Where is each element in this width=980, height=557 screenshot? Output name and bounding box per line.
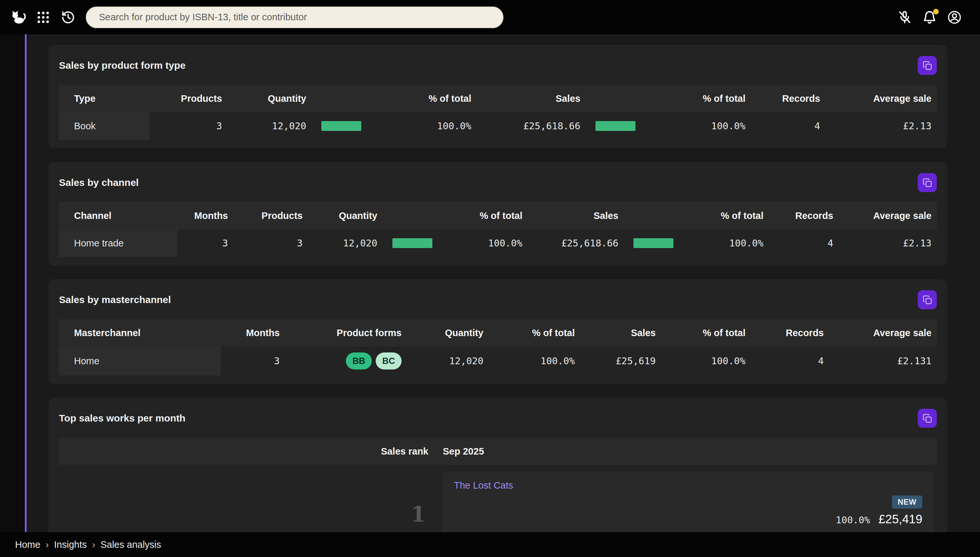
table-row: 1 The Lost Cats NEW 100.0% £25,419 — [59, 465, 937, 532]
column-header: Months — [177, 202, 233, 230]
column-header: Sales — [528, 202, 624, 230]
account-button[interactable] — [942, 5, 967, 30]
product-form-badge-bb: BB — [346, 352, 372, 370]
cell-sales: £25,619 — [580, 347, 661, 375]
card-title: Top sales works per month — [59, 413, 185, 424]
column-header-month: Sep 2025 — [434, 438, 937, 465]
cell-months: 3 — [177, 230, 233, 257]
cell-channel: Home trade — [59, 230, 177, 257]
column-header: % of total — [312, 85, 477, 112]
rank-number: 1 — [411, 502, 426, 527]
cell-type: Book — [59, 112, 149, 140]
card-title: Sales by channel — [59, 177, 139, 188]
column-header: Quantity — [227, 85, 312, 112]
breadcrumb-separator: › — [92, 539, 95, 550]
search-input[interactable] — [99, 12, 490, 23]
card-header: Sales by masterchannel — [49, 279, 947, 319]
breadcrumb: Home › Insights › Sales analysis — [0, 532, 980, 557]
grid-icon — [36, 10, 51, 25]
cell-average-sale: £2.131 — [829, 347, 937, 375]
card-title: Sales by product form type — [59, 60, 186, 71]
work-title-link[interactable]: The Lost Cats — [454, 480, 513, 491]
amount-line: 100.0% £25,419 — [836, 513, 922, 526]
breadcrumb-insights[interactable]: Insights — [54, 539, 87, 550]
copy-icon — [922, 413, 933, 423]
topbar — [0, 0, 980, 34]
main-content: Sales by product form type Type Products… — [0, 34, 980, 532]
card-header: Top sales works per month — [49, 397, 947, 438]
column-header: Quantity — [308, 202, 382, 230]
cell-products: 3 — [233, 230, 308, 257]
cell-quantity: 12,020 — [411, 347, 489, 375]
global-search — [86, 7, 503, 28]
cat-logo-icon — [11, 10, 26, 25]
copy-icon — [922, 60, 933, 71]
quantity-share-bar — [321, 121, 361, 131]
copy-table-button[interactable] — [918, 290, 937, 309]
cell-records: 4 — [769, 230, 838, 257]
column-header: Sales — [477, 85, 586, 112]
pct-value: 100.0% — [729, 238, 763, 249]
apps-grid-icon[interactable] — [31, 5, 56, 30]
table-sales-by-channel: Channel Months Products Quantity % of to… — [59, 202, 937, 257]
cards-container: Sales by product form type Type Products… — [0, 34, 980, 532]
card-header: Sales by product form type — [49, 45, 947, 85]
voice-search-off-icon[interactable] — [892, 5, 917, 30]
column-header: Product forms — [285, 319, 411, 347]
new-badge: NEW — [892, 495, 923, 508]
copy-icon — [922, 178, 933, 188]
cell-sales: £25,618.66 — [477, 112, 586, 140]
app-logo-cat-icon[interactable] — [6, 5, 31, 30]
copy-icon — [922, 295, 933, 305]
column-header-sales-rank: Sales rank — [59, 438, 434, 465]
work-stats: NEW 100.0% £25,419 — [836, 495, 922, 526]
column-header: Masterchannel — [59, 319, 221, 347]
table-row: Home 3 BB BC 12,020 100.0% £25,619 100.0… — [59, 347, 937, 375]
breadcrumb-current-sales-analysis: Sales analysis — [101, 539, 161, 550]
table-row: Book 3 12,020 100.0% £25,618.66 100.0% 4… — [59, 112, 937, 140]
cell-products: 3 — [149, 112, 227, 140]
copy-table-button[interactable] — [918, 409, 937, 428]
table-sales-by-product-form-type: Type Products Quantity % of total Sales … — [59, 85, 937, 140]
cell-sales-rank: 1 — [59, 465, 434, 532]
history-icon[interactable] — [56, 5, 80, 30]
table-header-row: Channel Months Products Quantity % of to… — [59, 202, 937, 230]
column-header: Average sale — [838, 202, 937, 230]
scroll-accent-line — [25, 34, 26, 532]
column-header: Channel — [59, 202, 177, 230]
column-header: Products — [233, 202, 308, 230]
column-header: Sales — [580, 319, 661, 347]
cell-pct-of-total-quantity: 100.0% — [382, 230, 528, 257]
table-row: Home trade 3 3 12,020 100.0% £25,618.66 … — [59, 230, 937, 257]
left-gutter — [0, 34, 25, 532]
cell-pct-of-total-quantity: 100.0% — [489, 347, 580, 375]
cell-masterchannel: Home — [59, 347, 221, 375]
card-sales-by-channel: Sales by channel Channel Months Products… — [49, 162, 947, 265]
quantity-share-bar — [392, 238, 432, 248]
notifications-button[interactable] — [917, 5, 942, 30]
cell-pct-of-total-sales: 100.0% — [661, 347, 751, 375]
cell-quantity: 12,020 — [227, 112, 312, 140]
column-header: Average sale — [829, 319, 937, 347]
column-header: % of total — [489, 319, 580, 347]
card-title: Sales by masterchannel — [59, 294, 171, 305]
copy-table-button[interactable] — [918, 173, 937, 192]
cell-quantity: 12,020 — [308, 230, 382, 257]
cell-pct-of-total-sales: 100.0% — [624, 230, 769, 257]
sales-share-bar — [596, 121, 635, 131]
column-header: Records — [769, 202, 838, 230]
work-sales-amount: £25,419 — [879, 513, 922, 526]
user-avatar-icon — [947, 10, 962, 25]
cell-sales: £25,618.66 — [528, 230, 624, 257]
breadcrumb-separator: › — [46, 539, 49, 550]
column-header: Records — [751, 319, 829, 347]
card-header: Sales by channel — [49, 162, 947, 202]
column-header: Quantity — [411, 319, 489, 347]
column-header: % of total — [586, 85, 751, 112]
table-header-row: Type Products Quantity % of total Sales … — [59, 85, 937, 112]
breadcrumb-home[interactable]: Home — [15, 539, 40, 550]
column-header: % of total — [661, 319, 751, 347]
copy-table-button[interactable] — [918, 56, 937, 75]
table-header-row: Masterchannel Months Product forms Quant… — [59, 319, 937, 347]
card-sales-by-product-form-type: Sales by product form type Type Products… — [49, 45, 947, 148]
